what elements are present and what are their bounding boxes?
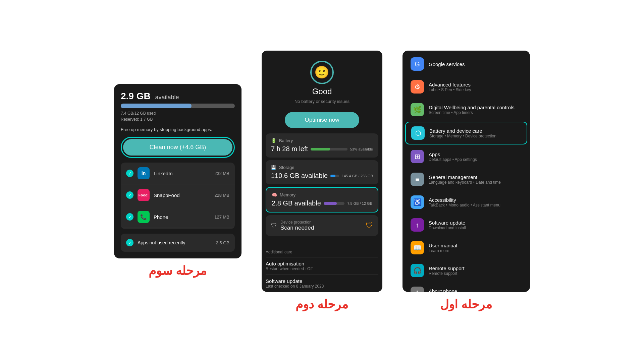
- phase1-label: مرحله اول: [440, 297, 492, 311]
- icon-snappfood: Food!: [138, 189, 150, 201]
- sw-update-item[interactable]: Software update Last checked on 8 Januar…: [266, 275, 378, 292]
- settings-item-accessibility[interactable]: ♿ Accessibility TalkBack • Mono audio • …: [405, 191, 527, 213]
- memory-header: 2.9 GB available 7.4 GB/12 GB used Reser…: [121, 91, 235, 122]
- checkbox-phone[interactable]: ✓: [126, 213, 133, 221]
- storage-detail: 145.4 GB / 256 GB: [342, 174, 373, 178]
- memory-bar-row: 2.8 GB available 7.5 GB / 12 GB: [272, 199, 372, 207]
- app-size-snappfood: 228 MB: [214, 193, 229, 198]
- view-more[interactable]: View more ▾: [121, 228, 235, 229]
- sub-update: Download and install: [429, 226, 522, 230]
- memory-icon: 🧠: [272, 192, 277, 197]
- app-item-snappfood[interactable]: ✓ Food! SnappFood 228 MB: [121, 184, 235, 206]
- icon-advanced: ⚙: [411, 80, 424, 94]
- phone-section-3: 2.9 GB available 7.4 GB/12 GB used Reser…: [114, 84, 241, 278]
- storage-label: Storage: [279, 165, 294, 170]
- protection-label: Device protection: [280, 220, 362, 225]
- additional-label: Additional care: [266, 248, 378, 257]
- shield-icon: 🛡: [271, 222, 277, 229]
- title-about: About phone: [429, 288, 522, 292]
- status-text: Good: [312, 87, 332, 96]
- icon-wellbeing: 🌿: [411, 103, 424, 116]
- storage-header: 💾 Storage: [271, 165, 373, 170]
- title-remote: Remote support: [429, 265, 522, 271]
- app-item-linkedin[interactable]: ✓ in LinkedIn 232 MB: [121, 163, 235, 184]
- storage-icon: 💾: [271, 165, 276, 170]
- storage-bar: [330, 175, 339, 177]
- memory-reserved: Reserved: 1.7 GB: [121, 116, 235, 122]
- checkbox-linkedin[interactable]: ✓: [126, 170, 133, 177]
- protection-text: Device protection Scan needed: [280, 220, 362, 231]
- icon-manual: 📖: [411, 241, 424, 254]
- protection-value: Scan needed: [280, 225, 362, 231]
- sub-general: Language and keyboard • Date and time: [429, 180, 522, 185]
- battery-bar-row: 7 h 28 m left 53% available: [271, 145, 373, 153]
- storage-section[interactable]: 💾 Storage 110.6 GB available 145.4 GB / …: [266, 160, 378, 184]
- battery-header: 🔋 Battery: [271, 138, 373, 143]
- clean-button-wrapper[interactable]: Clean now (+4.6 GB): [121, 137, 235, 158]
- settings-item-about[interactable]: ℹ About phone Status • Legal information…: [405, 283, 527, 292]
- memory-label: available: [155, 94, 179, 101]
- phase3-label: مرحله سوم: [149, 264, 207, 278]
- storage-value: 110.6 GB available: [271, 172, 328, 180]
- battery-icon: 🔋: [271, 138, 276, 143]
- settings-item-google[interactable]: G Google services: [405, 53, 527, 75]
- apps-unused-row[interactable]: ✓ Apps not used recently 2.5 GB: [121, 234, 235, 252]
- sw-update-sub: Last checked on 8 January 2023: [266, 284, 378, 289]
- screen1: G Google services ⚙ Advanced features La…: [402, 51, 530, 292]
- screen2: 🙂 Good No battery or security issues Opt…: [262, 51, 382, 292]
- app-size-linkedin: 232 MB: [214, 171, 229, 176]
- good-header: 🙂 Good No battery or security issues: [288, 51, 356, 111]
- clean-button[interactable]: Clean now (+4.6 GB): [123, 139, 232, 156]
- icon-phone: 📞: [138, 211, 150, 223]
- icon-apps: ⊞: [411, 150, 424, 163]
- sw-update-title: Software update: [266, 278, 378, 284]
- auto-opt-sub: Restart when needed : Off: [266, 266, 378, 271]
- battery-percent: 53% available: [350, 147, 373, 151]
- storage-bar-fill: [330, 175, 335, 177]
- auto-opt-item[interactable]: Auto optimisation Restart when needed : …: [266, 257, 378, 275]
- battery-section[interactable]: 🔋 Battery 7 h 28 m left 53% available: [266, 133, 378, 158]
- settings-item-battery[interactable]: ⬡ Battery and device care Storage • Memo…: [405, 122, 527, 144]
- sub-remote: Remote support: [429, 271, 522, 276]
- memory-size: 2.9 GB available: [121, 91, 235, 102]
- settings-item-wellbeing[interactable]: 🌿 Digital Wellbeing and parental control…: [405, 99, 527, 120]
- memory-gb: 2.9 GB: [121, 91, 151, 101]
- settings-item-update[interactable]: ↑ Software update Download and install: [405, 214, 527, 236]
- sub-accessibility: TalkBack • Mono audio • Assistant menu: [429, 203, 522, 207]
- device-protection[interactable]: 🛡 Device protection Scan needed 🛡: [266, 215, 378, 236]
- memory-details: 7.4 GB/12 GB used Reserved: 1.7 GB: [121, 110, 235, 122]
- settings-item-remote[interactable]: 🎧 Remote support Remote support: [405, 260, 527, 281]
- checkbox-snappfood[interactable]: ✓: [126, 191, 133, 199]
- app-size-phone: 127 MB: [214, 215, 229, 220]
- apps-unused-label: Apps not used recently: [138, 240, 212, 245]
- memory-bar-fill: [121, 104, 192, 108]
- title-manual: User manual: [429, 243, 522, 248]
- settings-item-general[interactable]: ≡ General management Language and keyboa…: [405, 169, 527, 190]
- phase2-label: مرحله دوم: [296, 297, 348, 311]
- settings-item-manual[interactable]: 📖 User manual Learn more: [405, 237, 527, 258]
- phone-section-2: 🙂 Good No battery or security issues Opt…: [262, 51, 382, 311]
- icon-accessibility: ♿: [411, 195, 424, 209]
- memory-section-label: Memory: [280, 192, 296, 197]
- memory-section-value: 2.8 GB available: [272, 199, 321, 207]
- title-google: Google services: [429, 61, 522, 67]
- apps-unused-size: 2.5 GB: [216, 240, 229, 245]
- sub-wellbeing: Screen time • App timers: [429, 110, 522, 115]
- memory-section[interactable]: 🧠 Memory 2.8 GB available 7.5 GB / 12 GB: [266, 187, 378, 213]
- title-general: General management: [429, 174, 522, 180]
- sub-battery: Storage • Memory • Device protection: [429, 134, 521, 138]
- settings-item-advanced[interactable]: ⚙ Advanced features Labs • S Pen • Side …: [405, 76, 527, 98]
- title-battery: Battery and device care: [429, 128, 521, 134]
- title-apps: Apps: [429, 152, 522, 157]
- sub-advanced: Labs • S Pen • Side key: [429, 87, 522, 92]
- icon-update: ↑: [411, 218, 424, 232]
- memory-care-bar-fill: [324, 202, 337, 205]
- icon-remote: 🎧: [411, 264, 424, 277]
- settings-item-apps[interactable]: ⊞ Apps Default apps • App settings: [405, 146, 527, 167]
- app-item-phone[interactable]: ✓ 📞 Phone 127 MB: [121, 206, 235, 228]
- checkbox-unused[interactable]: ✓: [126, 239, 133, 246]
- battery-bar-fill: [311, 148, 330, 150]
- sub-manual: Learn more: [429, 248, 522, 253]
- optimise-button[interactable]: Optimise now: [285, 112, 360, 128]
- icon-about: ℹ: [411, 287, 424, 292]
